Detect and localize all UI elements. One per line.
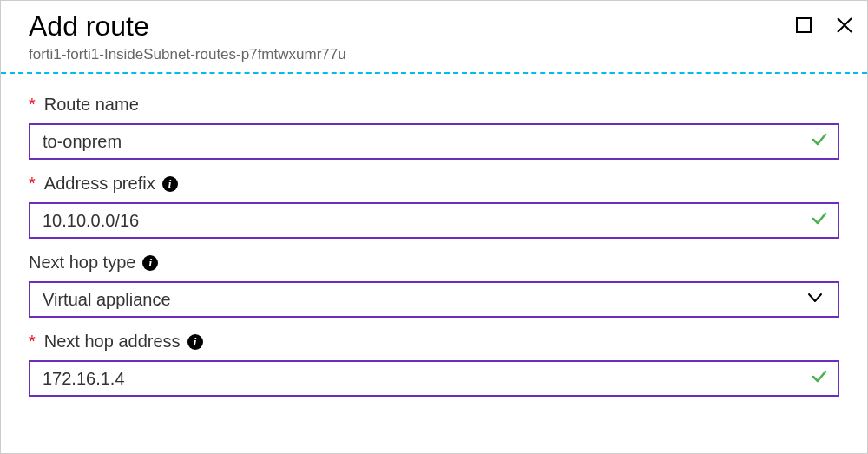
field-address-prefix: * Address prefix i xyxy=(29,174,839,239)
info-icon[interactable]: i xyxy=(162,176,178,192)
required-asterisk: * xyxy=(29,174,36,194)
required-asterisk: * xyxy=(29,95,36,115)
next-hop-address-input[interactable] xyxy=(29,360,839,397)
close-icon[interactable] xyxy=(834,15,855,36)
label-route-name: * Route name xyxy=(29,95,839,115)
info-icon[interactable]: i xyxy=(142,255,158,271)
label-text: Route name xyxy=(44,95,139,115)
required-asterisk: * xyxy=(29,332,36,352)
header-actions xyxy=(794,15,855,36)
label-text: Address prefix xyxy=(44,174,155,194)
field-route-name: * Route name xyxy=(29,95,839,160)
label-text: Next hop type xyxy=(29,253,135,273)
field-next-hop-address: * Next hop address i xyxy=(29,332,839,397)
svg-rect-0 xyxy=(797,18,811,32)
label-text: Next hop address xyxy=(44,332,181,352)
blade-header: Add route forti1-forti1-InsideSubnet-rou… xyxy=(1,1,867,63)
address-prefix-input[interactable] xyxy=(29,202,839,239)
pin-icon[interactable] xyxy=(794,16,813,35)
field-next-hop-type: Next hop type i Virtual appliance xyxy=(29,253,839,318)
form: * Route name * Address prefix i Next hop… xyxy=(1,74,867,414)
label-next-hop-type: Next hop type i xyxy=(29,253,839,273)
label-address-prefix: * Address prefix i xyxy=(29,174,839,194)
page-title: Add route xyxy=(29,10,839,43)
route-name-input[interactable] xyxy=(29,123,839,160)
label-next-hop-address: * Next hop address i xyxy=(29,332,839,352)
info-icon[interactable]: i xyxy=(187,334,203,350)
page-subtitle: forti1-forti1-InsideSubnet-routes-p7fmtw… xyxy=(29,46,839,63)
next-hop-type-select[interactable]: Virtual appliance xyxy=(29,281,839,318)
select-value: Virtual appliance xyxy=(43,290,171,310)
